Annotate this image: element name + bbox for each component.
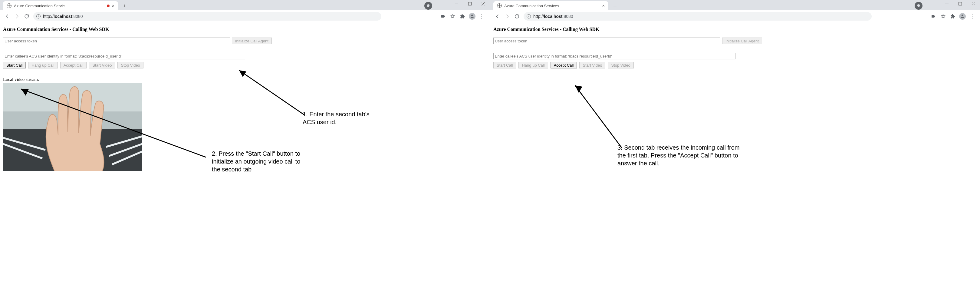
reload-button[interactable] (512, 11, 522, 21)
stop-video-button[interactable]: Stop Video (118, 62, 143, 68)
profile-button[interactable] (468, 12, 476, 21)
titlebar: Azure Communication Services × + (490, 0, 980, 10)
annotation-arrow-1 (233, 65, 312, 119)
close-window-button[interactable] (476, 0, 490, 7)
page-content: Azure Communication Services - Calling W… (0, 22, 490, 285)
local-video-stream (3, 83, 142, 171)
toolbar: http://localhost:8080 ⋮ (490, 10, 980, 22)
user-token-input[interactable] (3, 38, 230, 44)
reload-button[interactable] (22, 11, 32, 21)
new-tab-button[interactable]: + (611, 2, 619, 10)
site-info-icon[interactable] (36, 14, 41, 19)
back-button[interactable] (493, 11, 503, 21)
callee-identity-input[interactable] (3, 53, 245, 59)
close-tab-icon[interactable]: × (112, 3, 115, 8)
annotation-text-2: 2. Press the "Start Call" button to init… (212, 150, 300, 173)
profile-button[interactable] (958, 12, 967, 21)
minimize-button[interactable] (940, 0, 953, 7)
accept-call-button[interactable]: Accept Call (60, 62, 87, 68)
globe-icon (497, 3, 502, 8)
globe-icon (7, 3, 11, 8)
recording-indicator-icon (107, 5, 110, 7)
annotation-text-1: 1. Enter the second tab's ACS user id. (303, 110, 369, 126)
address-bar[interactable]: http://localhost:8080 (33, 12, 381, 21)
svg-rect-8 (959, 2, 961, 5)
svg-line-2 (3, 144, 42, 158)
url-text: http://localhost:8080 (533, 14, 573, 19)
back-button[interactable] (2, 11, 12, 21)
browser-tab[interactable]: Azure Communication Servic × (3, 1, 118, 10)
user-token-input[interactable] (493, 38, 720, 44)
tabs-strip: Azure Communication Servic × + (0, 0, 129, 10)
tab-title: Azure Communication Services (504, 4, 600, 8)
maximize-button[interactable] (953, 0, 967, 7)
tab-title: Azure Communication Servic (14, 4, 104, 8)
browser-window-right: Azure Communication Services × + (490, 0, 980, 285)
start-call-button[interactable]: Start Call (3, 62, 26, 68)
browser-chrome: Azure Communication Servic × + (0, 0, 490, 22)
svg-marker-6 (239, 70, 247, 77)
callee-identity-input[interactable] (493, 53, 735, 59)
annotation-text-3: 3. Second tab receives the incoming call… (617, 143, 740, 167)
local-video-stream-label: Local video stream: (3, 77, 487, 82)
bookmark-star-icon[interactable] (449, 12, 457, 21)
camera-indicator-icon[interactable] (439, 12, 447, 21)
maximize-button[interactable] (463, 0, 476, 7)
address-bar[interactable]: http://localhost:8080 (523, 12, 872, 21)
svg-marker-9 (575, 85, 582, 93)
url-text: http://localhost:8080 (43, 14, 83, 19)
annotation-arrow-3 (569, 80, 630, 153)
incognito-shield-icon (915, 2, 923, 10)
page-title: Azure Communication Services - Calling W… (3, 27, 487, 32)
extensions-icon[interactable] (948, 12, 957, 21)
forward-button[interactable] (503, 11, 512, 21)
tabs-strip: Azure Communication Services × + (490, 0, 619, 10)
bookmark-star-icon[interactable] (939, 12, 947, 21)
forward-button[interactable] (12, 11, 22, 21)
browser-chrome: Azure Communication Services × + (490, 0, 980, 22)
chrome-menu-button[interactable]: ⋮ (477, 12, 486, 21)
toolbar: http://localhost:8080 ⋮ (0, 10, 490, 22)
chrome-menu-button[interactable]: ⋮ (968, 12, 976, 21)
initialize-call-agent-button[interactable]: Initialize Call Agent (232, 38, 272, 44)
svg-line-1 (3, 138, 45, 150)
start-video-button[interactable]: Start Video (579, 62, 605, 68)
start-call-button[interactable]: Start Call (493, 62, 516, 68)
hang-up-call-button[interactable]: Hang up Call (28, 62, 57, 68)
incognito-shield-icon (424, 2, 432, 10)
start-video-button[interactable]: Start Video (89, 62, 115, 68)
window-controls (940, 0, 980, 7)
window-controls (450, 0, 490, 7)
close-window-button[interactable] (967, 0, 980, 7)
initialize-call-agent-button[interactable]: Initialize Call Agent (722, 38, 762, 44)
svg-rect-0 (468, 2, 471, 5)
minimize-button[interactable] (450, 0, 463, 7)
browser-tab[interactable]: Azure Communication Services × (493, 1, 608, 10)
site-info-icon[interactable] (527, 14, 531, 19)
camera-indicator-icon[interactable] (929, 12, 938, 21)
accept-call-button[interactable]: Accept Call (550, 62, 577, 68)
titlebar: Azure Communication Servic × + (0, 0, 490, 10)
extensions-icon[interactable] (458, 12, 467, 21)
new-tab-button[interactable]: + (121, 2, 129, 10)
close-tab-icon[interactable]: × (602, 3, 605, 8)
hang-up-call-button[interactable]: Hang up Call (519, 62, 548, 68)
page-title: Azure Communication Services - Calling W… (493, 27, 977, 32)
browser-window-left: Azure Communication Servic × + (0, 0, 490, 285)
stop-video-button[interactable]: Stop Video (608, 62, 633, 68)
page-content: Azure Communication Services - Calling W… (490, 22, 980, 285)
